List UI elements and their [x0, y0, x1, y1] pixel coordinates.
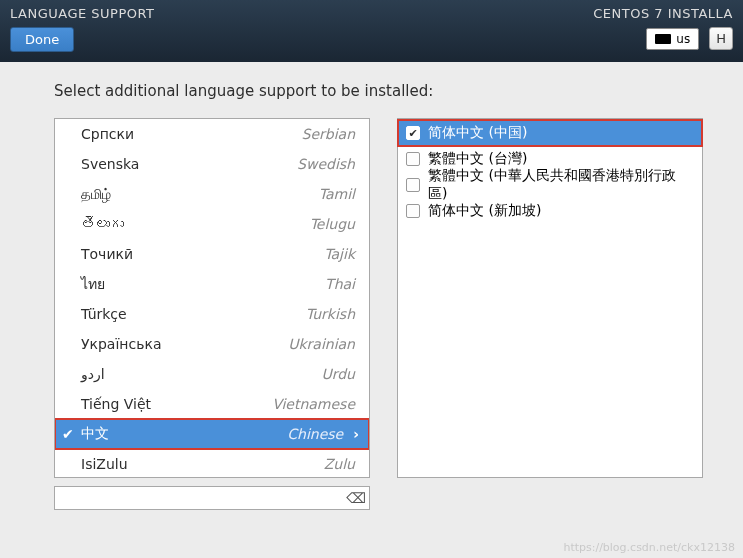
variant-label: 繁體中文 (中華人民共和國香港特別行政區)	[428, 167, 694, 203]
help-button[interactable]: H	[709, 27, 733, 50]
language-english-label: Ukrainian	[288, 336, 355, 352]
watermark: https://blog.csdn.net/ckx12138	[563, 541, 735, 554]
variant-checkbox[interactable]	[406, 152, 420, 166]
variant-checkbox[interactable]	[406, 178, 420, 192]
language-list[interactable]: СрпскиSerbian›SvenskaSwedish›தமிழ்Tamil›…	[54, 118, 370, 478]
variant-list[interactable]: ✔简体中文 (中国)繁體中文 (台灣)繁體中文 (中華人民共和國香港特別行政區)…	[397, 118, 703, 478]
top-bar: LANGUAGE SUPPORT Done CENTOS 7 INSTALLA …	[0, 0, 743, 62]
language-english-label: Tajik	[324, 246, 355, 262]
language-row[interactable]: IsiZuluZulu›	[55, 449, 369, 478]
content-area: Select additional language support to be…	[0, 62, 743, 510]
language-column: СрпскиSerbian›SvenskaSwedish›தமிழ்Tamil›…	[54, 118, 370, 510]
language-english-label: Thai	[325, 276, 355, 292]
top-left: LANGUAGE SUPPORT Done	[10, 6, 155, 62]
language-native-label: 中文	[81, 425, 287, 443]
search-input[interactable]	[54, 486, 370, 510]
language-native-label: తెలుగు	[81, 216, 310, 232]
language-english-label: Urdu	[321, 366, 355, 382]
language-native-label: IsiZulu	[81, 456, 324, 472]
instruction-text: Select additional language support to be…	[54, 82, 703, 100]
language-native-label: Українська	[81, 336, 288, 352]
chevron-right-icon: ›	[353, 426, 359, 442]
language-row[interactable]: TürkçeTurkish›	[55, 299, 369, 329]
clear-search-icon[interactable]: ⌫	[348, 490, 364, 506]
language-native-label: Türkçe	[81, 306, 306, 322]
language-native-label: اردو	[81, 366, 321, 382]
page-title: LANGUAGE SUPPORT	[10, 6, 155, 21]
language-english-label: Turkish	[306, 306, 355, 322]
search-wrap: ⌫	[54, 486, 370, 510]
language-row[interactable]: اردوUrdu›	[55, 359, 369, 389]
check-icon: ✔	[62, 426, 74, 442]
language-row[interactable]: ТочикӣTajik›	[55, 239, 369, 269]
language-row[interactable]: ✔中文Chinese›	[55, 419, 369, 449]
variant-checkbox[interactable]	[406, 204, 420, 218]
variant-label: 繁體中文 (台灣)	[428, 150, 527, 168]
language-native-label: ไทย	[81, 273, 325, 295]
keyboard-layout-indicator[interactable]: us	[646, 28, 699, 50]
language-row[interactable]: Tiếng ViệtVietnamese›	[55, 389, 369, 419]
language-native-label: Svenska	[81, 156, 297, 172]
language-row[interactable]: ไทยThai›	[55, 269, 369, 299]
language-row[interactable]: తెలుగుTelugu›	[55, 209, 369, 239]
language-row[interactable]: தமிழ்Tamil›	[55, 179, 369, 209]
keyboard-layout-code: us	[676, 32, 690, 46]
language-row[interactable]: УкраїнськаUkrainian›	[55, 329, 369, 359]
language-native-label: Tiếng Việt	[81, 396, 272, 412]
language-native-label: Српски	[81, 126, 302, 142]
language-english-label: Chinese	[287, 426, 343, 442]
installer-label: CENTOS 7 INSTALLA	[593, 6, 733, 21]
language-native-label: Точикӣ	[81, 246, 324, 262]
language-english-label: Telugu	[310, 216, 355, 232]
top-right: CENTOS 7 INSTALLA us H	[593, 6, 733, 62]
language-english-label: Serbian	[302, 126, 355, 142]
variant-label: 简体中文 (新加坡)	[428, 202, 541, 220]
language-english-label: Vietnamese	[272, 396, 355, 412]
language-row[interactable]: SvenskaSwedish›	[55, 149, 369, 179]
language-native-label: தமிழ்	[81, 186, 319, 203]
variant-checkbox[interactable]: ✔	[406, 126, 420, 140]
variant-row[interactable]: 繁體中文 (中華人民共和國香港特別行政區)	[398, 172, 702, 198]
panels: СрпскиSerbian›SvenskaSwedish›தமிழ்Tamil›…	[54, 118, 703, 510]
language-english-label: Swedish	[297, 156, 355, 172]
done-button[interactable]: Done	[10, 27, 74, 52]
language-english-label: Tamil	[319, 186, 355, 202]
language-row[interactable]: СрпскиSerbian›	[55, 119, 369, 149]
language-english-label: Zulu	[324, 456, 355, 472]
keyboard-icon	[655, 34, 671, 44]
variant-label: 简体中文 (中国)	[428, 124, 527, 142]
variant-row[interactable]: ✔简体中文 (中国)	[398, 120, 702, 146]
